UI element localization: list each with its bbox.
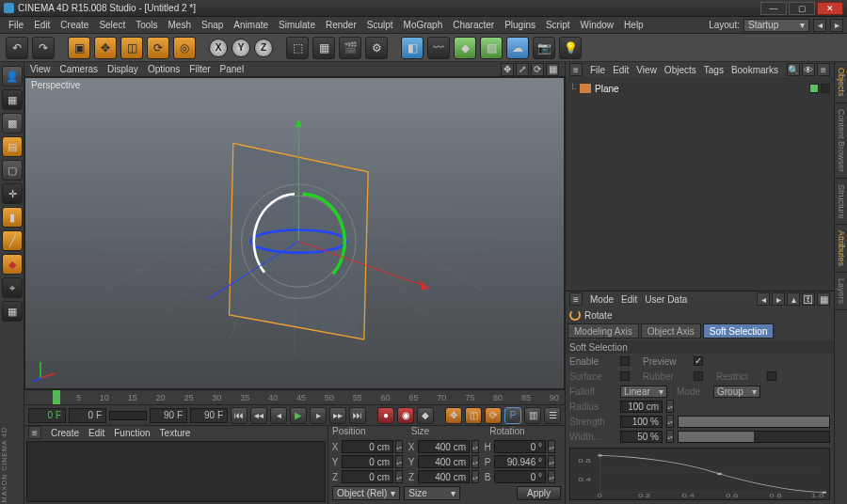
rot-key-button[interactable]: ⟳ xyxy=(485,407,502,424)
minimize-button[interactable]: — xyxy=(760,2,787,15)
primitive-cube-button[interactable]: ◧ xyxy=(401,37,424,59)
record-button[interactable]: ● xyxy=(377,407,394,424)
am-lock-icon[interactable]: ⚿ xyxy=(802,292,815,306)
start-frame-field[interactable]: 0 F xyxy=(69,408,106,423)
spin-icon[interactable]: ▴▾ xyxy=(471,440,479,453)
spin-icon[interactable]: ▴▾ xyxy=(666,415,674,428)
am-menu-mode[interactable]: Mode xyxy=(590,294,614,305)
vp-menu-display[interactable]: Display xyxy=(107,64,138,74)
mat-menu-create[interactable]: Create xyxy=(51,428,79,438)
axis-mode-button[interactable]: ✛ xyxy=(2,183,23,204)
om-eye-icon[interactable]: 👁 xyxy=(802,63,815,76)
coord-mode-select[interactable]: Object (Rel)▾ xyxy=(332,486,400,500)
polygon-mode-button[interactable]: ◆ xyxy=(2,254,23,275)
layout-prev-icon[interactable]: ◂ xyxy=(813,19,826,32)
coord-size-select[interactable]: Size▾ xyxy=(404,486,460,500)
rotate-tool[interactable]: ⟳ xyxy=(147,37,169,59)
menu-window[interactable]: Window xyxy=(576,18,619,32)
play-button[interactable]: ▶ xyxy=(290,407,307,424)
size-y-field[interactable]: 400 cm xyxy=(418,455,470,468)
menu-snap[interactable]: Snap xyxy=(197,18,228,32)
strength-slider[interactable] xyxy=(678,416,830,428)
om-menu-icon[interactable]: ≡ xyxy=(569,63,583,76)
menu-render[interactable]: Render xyxy=(321,18,361,32)
am-up-icon[interactable]: ▴ xyxy=(787,292,800,306)
menu-help[interactable]: Help xyxy=(619,18,648,32)
scale-key-button[interactable]: ◫ xyxy=(465,407,482,424)
goto-end-button[interactable]: ⏭ xyxy=(349,407,366,424)
layout-next-icon[interactable]: ▸ xyxy=(830,19,843,32)
om-menu-tags[interactable]: Tags xyxy=(704,65,724,75)
object-name[interactable]: Plane xyxy=(595,84,619,94)
menu-mesh[interactable]: Mesh xyxy=(164,18,196,32)
menu-file[interactable]: File xyxy=(4,18,28,32)
deformer-button[interactable]: ▨ xyxy=(480,37,503,59)
param-key-button[interactable]: P xyxy=(504,407,521,424)
menu-character[interactable]: Character xyxy=(448,18,499,32)
mat-menu-texture[interactable]: Texture xyxy=(160,428,191,438)
vp-nav3-icon[interactable]: ⟳ xyxy=(531,63,544,76)
material-list[interactable] xyxy=(26,441,326,502)
menu-sculpt[interactable]: Sculpt xyxy=(362,18,398,32)
am-menu-userdata[interactable]: User Data xyxy=(645,294,687,305)
coord-system-button[interactable]: ⬚ xyxy=(286,37,309,59)
enable-checkbox[interactable] xyxy=(620,356,630,366)
timeline[interactable]: 0510 152025 303540 455055 606570 758085 … xyxy=(24,389,565,404)
end-frame-field[interactable]: 90 F xyxy=(150,408,187,423)
scale-tool[interactable]: ◫ xyxy=(120,37,143,59)
restrict-checkbox[interactable] xyxy=(767,371,776,381)
render-settings-button[interactable]: ⚙ xyxy=(365,37,388,59)
light-button[interactable]: 💡 xyxy=(559,37,582,59)
menu-script[interactable]: Script xyxy=(541,18,575,32)
spin-icon[interactable]: ▴▾ xyxy=(548,455,555,468)
om-menu-view[interactable]: View xyxy=(636,65,657,75)
size-z-field[interactable]: 400 cm xyxy=(418,470,470,483)
menu-create[interactable]: Create xyxy=(56,18,93,32)
rot-h-field[interactable]: 0 ° xyxy=(494,440,546,453)
coord-apply-button[interactable]: Apply xyxy=(517,486,561,500)
tab-object-axis[interactable]: Object Axis xyxy=(641,323,701,339)
visibility-editor-flag[interactable] xyxy=(809,84,819,93)
am-menu-edit[interactable]: Edit xyxy=(621,294,637,305)
rtab-objects[interactable]: Objects xyxy=(835,62,847,103)
om-menu-objects[interactable]: Objects xyxy=(664,65,696,75)
mode-select[interactable]: Group▾ xyxy=(713,386,760,398)
spin-icon[interactable]: ▴▾ xyxy=(395,470,403,483)
om-menu-file[interactable]: File xyxy=(590,65,605,75)
vp-menu-options[interactable]: Options xyxy=(148,64,180,74)
keyframe-sel-button[interactable]: ◆ xyxy=(417,407,434,424)
rtab-structure[interactable]: Structure xyxy=(835,179,847,226)
goto-start-button[interactable]: ⏮ xyxy=(231,407,248,424)
y-axis-toggle[interactable]: Y xyxy=(232,39,250,57)
vp-nav1-icon[interactable]: ✥ xyxy=(501,63,514,76)
camera-button[interactable]: 📷 xyxy=(533,37,555,59)
menu-animate[interactable]: Animate xyxy=(229,18,273,32)
spin-icon[interactable]: ▴▾ xyxy=(548,470,555,483)
total-frame-field[interactable]: 90 F xyxy=(190,408,228,423)
vp-nav4-icon[interactable]: ▦ xyxy=(546,63,559,76)
maximize-button[interactable]: ▢ xyxy=(789,2,815,15)
rtab-layers[interactable]: Layers xyxy=(835,273,847,310)
generator-button[interactable]: ◆ xyxy=(454,37,476,59)
spline-button[interactable]: 〰 xyxy=(427,37,450,59)
om-search-icon[interactable]: 🔍 xyxy=(787,63,800,76)
prev-key-button[interactable]: ◂◂ xyxy=(250,407,267,424)
prev-frame-button[interactable]: ◂ xyxy=(270,407,287,424)
menu-edit[interactable]: Edit xyxy=(29,18,55,32)
am-menu-icon[interactable]: ≡ xyxy=(569,292,583,306)
falloff-select[interactable]: Linear▾ xyxy=(620,386,667,398)
make-editable-button[interactable]: 👤 xyxy=(2,66,23,87)
layout-select[interactable]: Startup▾ xyxy=(743,19,809,32)
object-tree[interactable]: └ Plane xyxy=(566,77,834,291)
menu-tools[interactable]: Tools xyxy=(131,18,162,32)
rubber-checkbox[interactable] xyxy=(694,371,703,381)
tab-soft-selection[interactable]: Soft Selection xyxy=(703,323,775,339)
menu-mograph[interactable]: MoGraph xyxy=(399,18,448,32)
am-fwd-icon[interactable]: ▸ xyxy=(772,292,785,306)
select-tool[interactable]: ▣ xyxy=(68,37,90,59)
rtab-content-browser[interactable]: Content Browser xyxy=(835,103,847,179)
spin-icon[interactable]: ▴▾ xyxy=(666,430,674,443)
strength-field[interactable]: 100 % xyxy=(620,416,663,428)
radius-field[interactable]: 100 cm xyxy=(620,401,663,413)
pos-x-field[interactable]: 0 cm xyxy=(342,440,393,453)
